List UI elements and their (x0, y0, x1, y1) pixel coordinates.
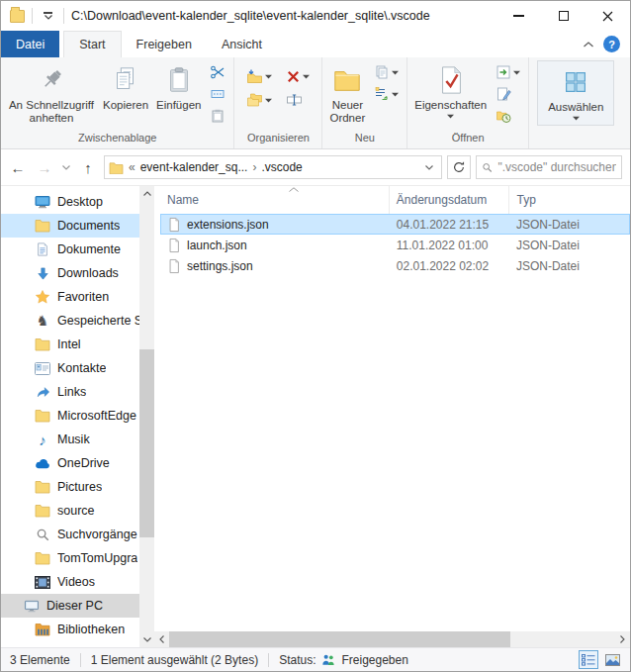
move-to-button[interactable] (243, 66, 275, 86)
copy-button[interactable]: Kopieren (99, 60, 152, 115)
tab-share[interactable]: Freigeben (122, 31, 207, 57)
new-item-button[interactable] (371, 62, 402, 82)
scroll-down-icon[interactable] (139, 632, 154, 647)
back-button[interactable]: ← (7, 156, 29, 178)
star-icon (35, 289, 50, 305)
main-area: Desktop Documents Dokumente Downloads Fa… (1, 186, 630, 647)
new-folder-button[interactable]: Neuer Ordner (325, 60, 369, 128)
sidebar-item-bibliotheken[interactable]: Bibliotheken (1, 618, 139, 641)
group-open: Eigenschaften Öffnen (406, 57, 528, 148)
scroll-left-icon[interactable] (154, 632, 169, 647)
breadcrumb[interactable]: « event-kalender_sq... › .vscode (104, 155, 442, 179)
sidebar-item-videos[interactable]: Videos (1, 570, 139, 594)
pin-to-quick-access-button[interactable]: An Schnellzugriff anheften (4, 60, 99, 128)
sidebar-item-bilder[interactable]: Bilder (1, 641, 139, 647)
sidebar-item-onedrive[interactable]: OneDrive (1, 451, 139, 475)
copy-to-button[interactable] (243, 90, 275, 110)
minimize-button[interactable] (496, 1, 541, 31)
properties-button[interactable]: Eigenschaften (410, 60, 491, 122)
video-icon (35, 574, 50, 590)
folder-icon (35, 408, 50, 424)
copy-to-icon (246, 92, 263, 108)
column-header-type[interactable]: Typ (509, 186, 630, 214)
ribbon: An Schnellzugriff anheften Kopieren Einf… (1, 57, 630, 149)
sidebar-item-desktop[interactable]: Desktop (1, 190, 139, 214)
rename-button[interactable] (283, 90, 313, 110)
sidebar-scrollbar[interactable] (139, 186, 154, 647)
horizontal-scrollbar[interactable] (154, 631, 630, 647)
file-row-extensions-json[interactable]: extensions.json 04.01.2022 21:15 JSON-Da… (160, 214, 630, 235)
maximize-button[interactable] (541, 1, 586, 31)
refresh-button[interactable] (447, 155, 471, 179)
open-button[interactable] (493, 62, 523, 82)
thumbnail-view-button[interactable] (602, 650, 622, 669)
details-view-button[interactable] (579, 650, 598, 669)
sidebar-item-favoriten[interactable]: Favoriten (1, 285, 139, 309)
sidebar-item-source[interactable]: source (1, 499, 139, 523)
sidebar-item-links[interactable]: Links (1, 380, 139, 404)
column-header-name[interactable]: Name (160, 186, 390, 214)
file-icon (167, 258, 182, 274)
recent-locations-dropdown[interactable] (60, 156, 72, 178)
help-icon[interactable]: ? (603, 36, 620, 52)
sidebar-item-gespeicherte-s[interactable]: ♞ Gespeicherte S (1, 309, 139, 333)
pc-icon (24, 598, 40, 614)
select-button[interactable]: Auswählen (537, 60, 614, 126)
column-header-date[interactable]: Änderungsdatum (390, 186, 510, 214)
sidebar-item-tomtomupgra[interactable]: TomTomUpgra (1, 546, 139, 570)
history-button[interactable] (493, 106, 523, 126)
paste-shortcut-icon (210, 108, 225, 124)
paste-button[interactable]: Einfügen (152, 60, 205, 115)
up-button[interactable]: ↑ (77, 156, 99, 178)
address-dropdown-icon[interactable] (421, 165, 437, 170)
breadcrumb-parent[interactable]: event-kalender_sq... (140, 160, 248, 174)
sidebar-item-kontakte[interactable]: Kontakte (1, 356, 139, 380)
tab-start[interactable]: Start (63, 31, 121, 57)
ribbon-tab-bar: Datei Start Freigeben Ansicht ? (1, 31, 630, 57)
delete-button[interactable] (283, 66, 313, 86)
group-label-clipboard: Zwischenablage (1, 132, 233, 148)
tab-file[interactable]: Datei (1, 31, 59, 57)
library-icon (35, 622, 50, 637)
scroll-up-icon[interactable] (139, 186, 154, 201)
close-button[interactable] (586, 1, 630, 31)
sidebar-item-dieser-pc[interactable]: Dieser PC (1, 594, 139, 618)
sidebar-item-intel[interactable]: Intel (1, 333, 139, 356)
sidebar-item-pictures[interactable]: Pictures (1, 475, 139, 499)
collapse-ribbon-icon[interactable] (584, 42, 593, 48)
paste-shortcut-button[interactable] (207, 106, 228, 126)
contacts-icon (35, 360, 50, 376)
search-input[interactable] (497, 160, 616, 174)
sidebar-item-downloads[interactable]: Downloads (1, 261, 139, 285)
cut-button[interactable] (207, 62, 228, 82)
sidebar-item-documents[interactable]: Documents (1, 214, 139, 238)
links-icon (35, 384, 50, 400)
edit-button[interactable] (493, 84, 523, 104)
group-select: Auswählen (528, 57, 620, 148)
document-icon (35, 241, 50, 257)
selection-info: 1 Element ausgewählt (2 Bytes) (81, 653, 268, 667)
sidebar-item-musik[interactable]: ♪ Musik (1, 428, 139, 451)
easy-access-button[interactable] (371, 84, 402, 104)
quick-access-toolbar-dropdown[interactable] (40, 9, 56, 23)
file-row-settings-json[interactable]: settings.json 02.01.2022 02:02 JSON-Date… (160, 255, 630, 276)
forward-button[interactable]: → (34, 156, 55, 178)
sidebar-item-suchvorgänge[interactable]: Suchvorgänge (1, 523, 139, 546)
tab-view[interactable]: Ansicht (207, 31, 277, 57)
onedrive-icon (35, 455, 50, 471)
history-icon (496, 108, 511, 124)
copy-path-button[interactable] (207, 84, 228, 104)
folder-icon (35, 645, 50, 647)
file-row-launch-json[interactable]: launch.json 11.01.2022 01:00 JSON-Datei (160, 235, 630, 255)
sidebar-scroll-thumb[interactable] (139, 349, 154, 537)
new-folder-icon (330, 63, 364, 97)
scroll-right-icon[interactable] (615, 632, 630, 647)
status-value: Freigegeben (341, 653, 407, 667)
sidebar-item-dokumente[interactable]: Dokumente (1, 238, 139, 261)
explorer-window: C:\Download\event-kalender_sqlite\event-… (0, 0, 631, 672)
sidebar-item-microsoftedge[interactable]: MicrosoftEdge (1, 404, 139, 428)
breadcrumb-current[interactable]: .vscode (261, 160, 302, 174)
pin-icon (35, 63, 68, 97)
search-box[interactable] (476, 155, 622, 179)
horizontal-scroll-thumb[interactable] (169, 631, 510, 647)
